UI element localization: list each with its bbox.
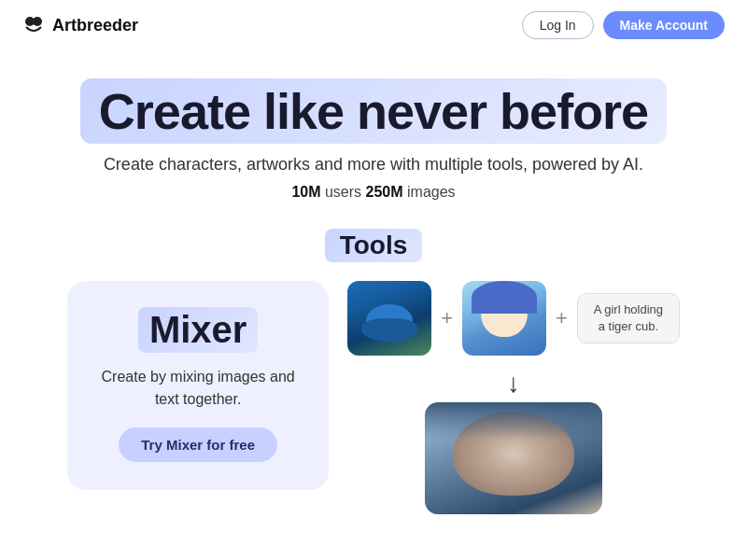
arrow-down-icon: ↓ [507, 369, 520, 399]
hero-section: Create like never before Create characte… [0, 50, 747, 210]
svg-point-1 [33, 17, 42, 26]
hero-stats: 10M users 250M images [19, 184, 728, 201]
plus-icon-1: + [441, 306, 453, 330]
nav-buttons: Log In Make Account [522, 11, 725, 39]
mixer-description: Create by mixing images and text togethe… [95, 366, 301, 411]
users-count: 10M [291, 184, 320, 200]
navbar: Artbreeder Log In Make Account [0, 0, 747, 50]
logo-icon [22, 14, 45, 36]
demo-inputs: + + A girl holding a tiger cub. [347, 281, 680, 356]
users-label: users [321, 184, 366, 200]
hero-title: Create like never before [80, 78, 667, 144]
tools-heading: Tools [325, 229, 423, 262]
result-overlay [425, 416, 481, 510]
demo-result-image [425, 402, 602, 514]
tools-section: Tools Mixer Create by mixing images and … [0, 229, 747, 514]
demo-image-anime [462, 281, 546, 356]
hero-subtitle: Create characters, artworks and more wit… [19, 155, 728, 175]
mixer-title: Mixer [138, 307, 259, 353]
demo-image-dragon [347, 281, 431, 356]
logo-text: Artbreeder [52, 16, 138, 35]
mixer-card: Mixer Create by mixing images and text t… [67, 281, 329, 490]
logo[interactable]: Artbreeder [22, 14, 138, 36]
mixer-demo: Mixer Create by mixing images and text t… [0, 281, 747, 514]
plus-icon-2: + [556, 306, 568, 330]
text-prompt-box: A girl holding a tiger cub. [577, 293, 680, 343]
images-count: 250M [366, 184, 403, 200]
try-mixer-button[interactable]: Try Mixer for free [119, 427, 277, 462]
make-account-button[interactable]: Make Account [603, 11, 725, 39]
images-label: images [403, 184, 456, 200]
demo-panel: + + A girl holding a tiger cub. ↓ [347, 281, 680, 514]
login-button[interactable]: Log In [522, 11, 594, 39]
